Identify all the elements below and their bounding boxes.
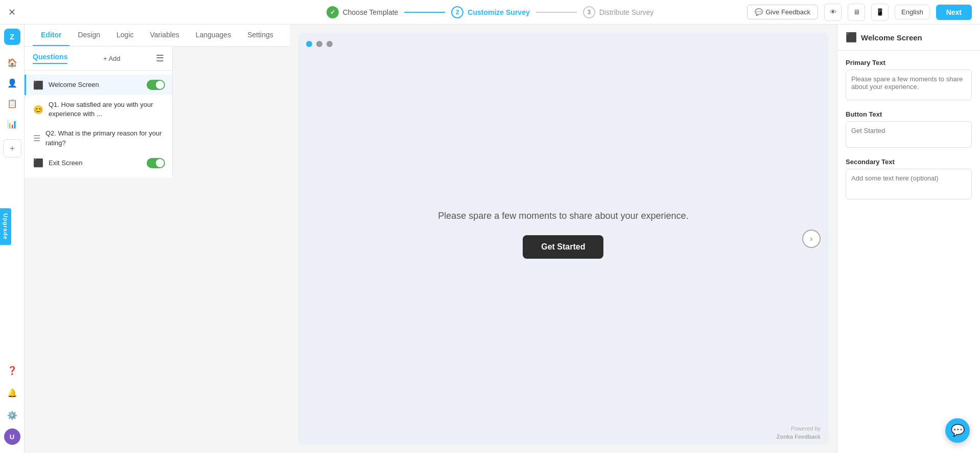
welcome-toggle[interactable] [147, 80, 165, 90]
nav-settings[interactable]: ⚙️ [3, 406, 21, 424]
canvas-content: Please spare a few moments to share abou… [298, 47, 829, 421]
tab-questions[interactable]: Questions [33, 53, 67, 64]
step-2-circle: 2 [451, 6, 463, 18]
tab-languages[interactable]: Languages [188, 25, 239, 46]
top-nav: ✕ ✓ Choose Template 2 Customize Survey 3… [0, 0, 980, 25]
step-1-circle: ✓ [326, 6, 339, 18]
canvas-frame: › Please spare a few moments to share ab… [298, 33, 829, 445]
tab-logic[interactable]: Logic [108, 25, 142, 46]
question-item-welcome[interactable]: ⬛ Welcome Screen [25, 75, 172, 95]
panel-menu-icon[interactable]: ☰ [156, 53, 164, 64]
nav-notifications[interactable]: 🔔 [3, 383, 21, 402]
steps-container: ✓ Choose Template 2 Customize Survey 3 D… [326, 6, 654, 18]
nav-help[interactable]: ❓ [3, 361, 21, 379]
step-3-label: Distribute Survey [599, 8, 654, 16]
left-sidebar-bottom: ❓ 🔔 ⚙️ U [3, 361, 21, 449]
button-text-group: Button Text [846, 110, 972, 148]
primary-text-group: Primary Text [846, 59, 972, 100]
tab-settings[interactable]: Settings [239, 25, 282, 46]
right-panel: ⬛ Welcome Screen Primary Text Button Tex… [837, 25, 980, 453]
editor-tabs: Editor Design Logic Variables Languages … [25, 25, 290, 47]
canvas-dots [298, 33, 829, 47]
step-line-1 [404, 12, 445, 13]
add-question-button[interactable]: + Add [103, 55, 121, 62]
canvas-footer-brand: Zonka Feedback [306, 433, 821, 441]
canvas-primary-text: Please spare a few moments to share abou… [438, 209, 688, 223]
questions-panel: Questions + Add ☰ ⬛ Welcome Screen 😊 Q1.… [25, 47, 173, 177]
step-1: ✓ Choose Template [326, 6, 399, 18]
q1-text: Q1. How satisfied are you with your expe… [49, 100, 165, 119]
welcome-icon: ⬛ [33, 80, 43, 90]
right-panel-icon: ⬛ [846, 32, 857, 43]
primary-text-input[interactable] [846, 70, 972, 100]
panel-tabs: Questions [33, 53, 67, 64]
dot-3 [326, 41, 333, 47]
welcome-text: Welcome Screen [49, 80, 142, 89]
q2-icon: ☰ [33, 133, 40, 143]
q1-icon: 😊 [33, 105, 43, 115]
step-3: 3 Distribute Survey [583, 6, 654, 18]
nav-contacts[interactable]: 📋 [3, 94, 21, 112]
panel-header: Questions + Add ☰ [25, 47, 172, 71]
chat-bubble[interactable]: 💬 [945, 418, 970, 443]
give-feedback-button[interactable]: 💬 Give Feedback [747, 5, 818, 19]
nav-add[interactable]: ＋ [3, 139, 21, 157]
preview-eye-button[interactable]: 👁 [824, 4, 842, 21]
nav-users[interactable]: 👤 [3, 74, 21, 92]
canvas-area: › Please spare a few moments to share ab… [290, 25, 837, 453]
step-1-label: Choose Template [343, 8, 399, 16]
step-2: 2 Customize Survey [451, 6, 529, 18]
question-item-exit[interactable]: ⬛ Exit Screen [25, 153, 172, 173]
dot-1 [306, 41, 312, 47]
chat-icon: 💬 [951, 424, 965, 437]
exit-toggle[interactable] [147, 158, 165, 168]
close-button[interactable]: ✕ [8, 7, 16, 18]
exit-text: Exit Screen [49, 158, 142, 168]
canvas-get-started-button[interactable]: Get Started [523, 235, 603, 259]
feedback-label: Give Feedback [766, 8, 810, 16]
left-column: Editor Design Logic Variables Languages … [25, 25, 290, 453]
button-text-label: Button Text [846, 110, 972, 118]
main-layout: Z 🏠 👤 📋 📊 ＋ ❓ 🔔 ⚙️ U Editor Design Logic… [0, 25, 980, 453]
question-item-q1[interactable]: 😊 Q1. How satisfied are you with your ex… [25, 95, 172, 124]
upgrade-strip[interactable]: Upgrade [0, 208, 11, 245]
avatar[interactable]: U [4, 428, 20, 445]
next-button[interactable]: Next [936, 5, 972, 20]
canvas-footer: Powered by Zonka Feedback [298, 421, 829, 445]
question-item-q2[interactable]: ☰ Q2. What is the primary reason for you… [25, 124, 172, 152]
step-line-2 [536, 12, 577, 13]
question-list: ⬛ Welcome Screen 😊 Q1. How satisfied are… [25, 71, 172, 177]
tab-design[interactable]: Design [69, 25, 108, 46]
canvas-footer-powered: Powered by [306, 425, 821, 433]
right-panel-body: Primary Text Button Text Secondary Text [837, 51, 980, 208]
nav-home[interactable]: 🏠 [3, 53, 21, 72]
secondary-text-input[interactable] [846, 169, 972, 199]
button-text-input[interactable] [846, 121, 972, 148]
tab-editor[interactable]: Editor [33, 25, 69, 46]
step-2-label: Customize Survey [468, 8, 529, 16]
dot-2 [316, 41, 322, 47]
q2-text: Q2. What is the primary reason for your … [45, 129, 165, 147]
right-panel-title: Welcome Screen [861, 33, 922, 42]
step-3-circle: 3 [583, 6, 595, 18]
language-button[interactable]: English [895, 5, 930, 19]
feedback-icon: 💬 [755, 8, 763, 16]
secondary-text-group: Secondary Text [846, 158, 972, 199]
logo: Z [4, 29, 20, 45]
canvas-next-arrow[interactable]: › [802, 230, 821, 248]
tab-variables[interactable]: Variables [142, 25, 188, 46]
exit-icon: ⬛ [33, 158, 43, 168]
primary-text-label: Primary Text [846, 59, 972, 66]
mobile-view-button[interactable]: 📱 [871, 4, 889, 21]
nav-surveys[interactable]: 📊 [3, 115, 21, 133]
desktop-view-button[interactable]: 🖥 [848, 4, 865, 21]
top-nav-right: 💬 Give Feedback 👁 🖥 📱 English Next [747, 4, 972, 21]
secondary-text-label: Secondary Text [846, 158, 972, 166]
right-panel-header: ⬛ Welcome Screen [837, 25, 980, 51]
